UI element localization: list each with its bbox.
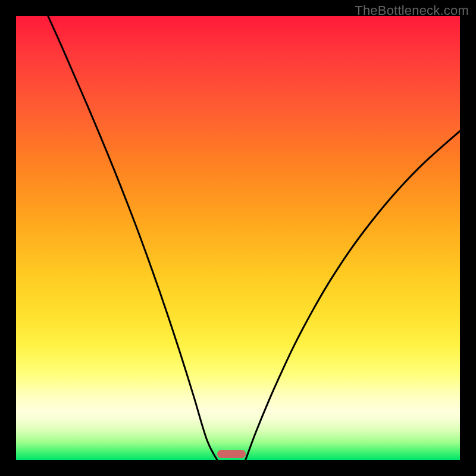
watermark-text: TheBottleneck.com: [355, 3, 469, 18]
right-curve: [246, 131, 460, 460]
plot-area: [16, 16, 460, 460]
left-curve: [48, 16, 217, 460]
curves-svg: [16, 16, 460, 460]
chart-frame: TheBottleneck.com: [0, 0, 476, 476]
bottleneck-marker: [217, 450, 246, 458]
